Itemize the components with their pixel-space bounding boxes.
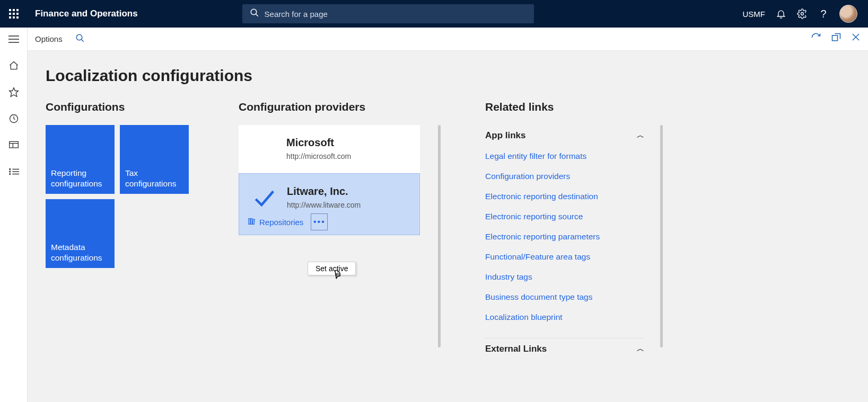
search-icon	[250, 8, 259, 20]
ellipsis-icon: •••	[313, 217, 326, 227]
providers-heading: Configuration providers	[239, 101, 441, 113]
related-scrollbar[interactable]	[660, 125, 663, 347]
link-er-parameters[interactable]: Electronic reporting parameters	[485, 227, 644, 247]
svg-rect-2	[16, 9, 19, 11]
form-action-bar: Options	[28, 28, 868, 51]
app-launcher-icon[interactable]	[0, 9, 28, 19]
repositories-link[interactable]: Repositories	[248, 217, 303, 227]
home-icon[interactable]	[7, 59, 20, 72]
link-functional-tags[interactable]: Functional/Feature area tags	[485, 247, 644, 267]
svg-point-24	[9, 174, 10, 175]
provider-card-litware[interactable]: Litware, Inc. http://www.litware.com Rep…	[239, 173, 420, 235]
bell-icon[interactable]	[776, 8, 786, 19]
tile-label: Reporting configurations	[51, 168, 109, 189]
svg-point-11	[801, 13, 803, 15]
top-navbar: Finance and Operations USMF ?	[0, 0, 868, 28]
group-app-links[interactable]: App links ︿	[485, 125, 644, 146]
link-industry-tags[interactable]: Industry tags	[485, 267, 644, 287]
refresh-icon[interactable]	[811, 32, 821, 46]
svg-rect-17	[9, 141, 18, 148]
close-icon[interactable]	[851, 32, 861, 46]
link-legal-entity-filter[interactable]: Legal entity filter for formats	[485, 146, 644, 166]
svg-rect-5	[16, 13, 19, 15]
clock-icon[interactable]	[7, 112, 20, 125]
star-icon[interactable]	[7, 86, 20, 99]
related-links-section: Related links App links ︿ Legal entity f…	[485, 101, 663, 360]
link-document-type-tags[interactable]: Business document type tags	[485, 287, 644, 307]
tile-metadata-configurations[interactable]: Metadata configurations	[46, 199, 115, 268]
svg-point-22	[9, 171, 10, 172]
related-links-heading: Related links	[485, 101, 663, 113]
svg-rect-33	[252, 219, 255, 224]
configurations-heading: Configurations	[46, 101, 194, 113]
svg-marker-15	[9, 88, 18, 97]
link-er-destination[interactable]: Electronic reporting destination	[485, 186, 644, 207]
configurations-section: Configurations Reporting configurations …	[46, 101, 194, 268]
providers-section: Configuration providers Microsoft http:/…	[239, 101, 441, 347]
group-title: External Links	[485, 344, 547, 354]
user-avatar[interactable]	[839, 5, 857, 23]
svg-point-20	[9, 169, 10, 170]
modules-icon[interactable]	[7, 165, 20, 178]
provider-card-microsoft[interactable]: Microsoft http://microsoft.com	[239, 125, 420, 173]
svg-point-26	[76, 34, 82, 40]
svg-rect-8	[16, 16, 19, 19]
provider-url: http://www.litware.com	[287, 201, 410, 209]
popout-icon[interactable]	[831, 32, 841, 46]
page-content: Localization configurations Configuratio…	[28, 51, 868, 402]
page-title: Localization configurations	[46, 67, 850, 85]
svg-rect-4	[13, 13, 15, 15]
svg-rect-31	[249, 218, 250, 224]
search-input[interactable]	[265, 10, 527, 19]
app-title: Finance and Operations	[28, 8, 138, 19]
link-localization-blueprint[interactable]: Localization blueprint	[485, 307, 644, 327]
help-icon[interactable]: ?	[818, 8, 829, 19]
options-menu[interactable]: Options	[35, 34, 63, 43]
provider-name: Litware, Inc.	[287, 185, 410, 198]
tile-reporting-configurations[interactable]: Reporting configurations	[46, 125, 115, 194]
tile-label: Metadata configurations	[51, 242, 109, 263]
svg-rect-3	[9, 13, 11, 15]
active-check-icon	[252, 187, 275, 216]
svg-line-27	[81, 39, 84, 42]
tile-tax-configurations[interactable]: Tax configurations	[120, 125, 189, 194]
provider-name: Microsoft	[286, 137, 410, 149]
provider-url: http://microsoft.com	[286, 152, 410, 160]
tile-label: Tax configurations	[125, 168, 183, 189]
top-right-tools: USMF ?	[742, 5, 868, 23]
left-rail	[0, 28, 28, 402]
link-er-source[interactable]: Electronic reporting source	[485, 207, 644, 227]
group-title: App links	[485, 130, 526, 141]
svg-rect-32	[251, 218, 252, 224]
legal-entity-label[interactable]: USMF	[742, 10, 765, 19]
more-actions-button[interactable]: •••	[311, 213, 328, 230]
gear-icon[interactable]	[797, 8, 808, 19]
svg-rect-0	[9, 9, 11, 11]
filter-icon[interactable]	[75, 33, 85, 45]
workspace-icon[interactable]	[7, 139, 20, 151]
books-icon	[248, 217, 256, 227]
svg-rect-6	[9, 16, 11, 19]
global-search[interactable]	[242, 4, 534, 23]
svg-line-10	[256, 14, 258, 16]
hamburger-icon[interactable]	[7, 33, 20, 46]
chevron-up-icon: ︿	[637, 344, 644, 354]
providers-scrollbar[interactable]	[438, 125, 441, 347]
chevron-up-icon: ︿	[637, 131, 644, 140]
svg-rect-7	[13, 16, 15, 19]
svg-rect-28	[832, 35, 838, 41]
svg-point-9	[251, 9, 257, 15]
link-configuration-providers[interactable]: Configuration providers	[485, 166, 644, 186]
group-external-links[interactable]: External Links ︿	[485, 338, 644, 360]
svg-rect-1	[13, 9, 15, 11]
repositories-label: Repositories	[259, 218, 303, 227]
